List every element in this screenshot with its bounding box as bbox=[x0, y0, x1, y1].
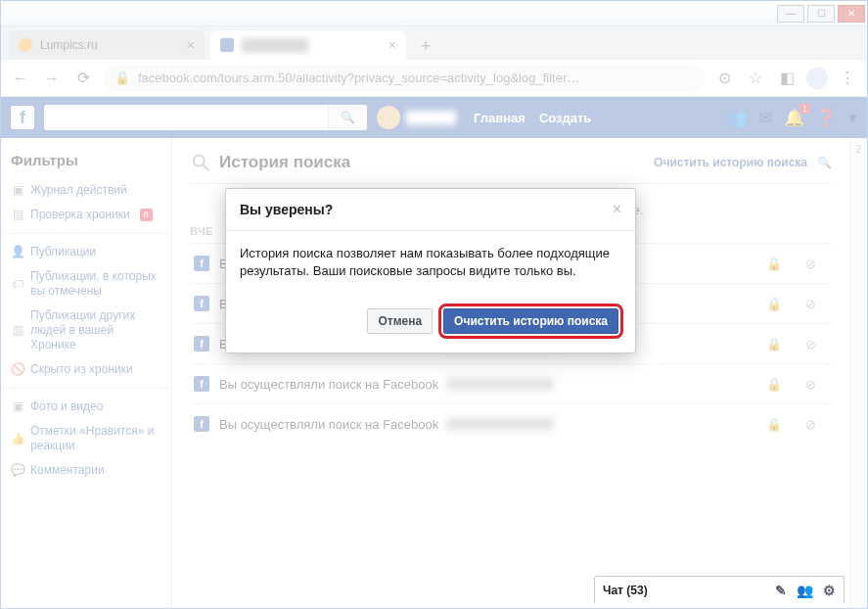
cancel-button[interactable]: Отмена bbox=[367, 308, 433, 334]
highlight-callout: Очистить историю поиска bbox=[438, 304, 623, 339]
compose-icon[interactable]: ✎ bbox=[775, 583, 787, 598]
chat-label: Чат (53) bbox=[603, 584, 648, 597]
confirm-dialog: Вы уверены? × История поиска позволяет н… bbox=[225, 188, 636, 353]
confirm-clear-button[interactable]: Очистить историю поиска bbox=[443, 308, 618, 334]
chat-dock[interactable]: Чат (53) ✎ 👥 ⚙ bbox=[594, 576, 845, 603]
dialog-body: История поиска позволяет нам показывать … bbox=[226, 231, 635, 294]
group-icon[interactable]: 👥 bbox=[797, 583, 813, 598]
dialog-title: Вы уверены? bbox=[240, 202, 333, 217]
gear-icon[interactable]: ⚙ bbox=[823, 583, 836, 598]
close-icon[interactable]: × bbox=[613, 201, 621, 218]
